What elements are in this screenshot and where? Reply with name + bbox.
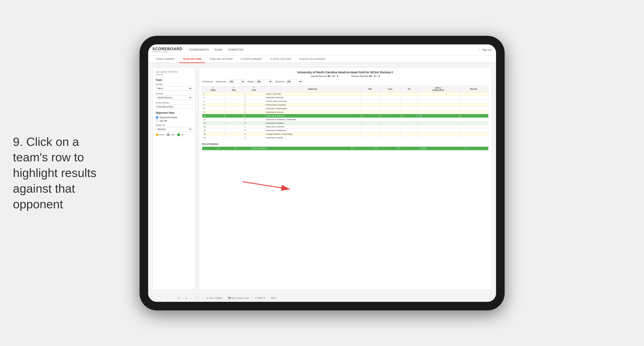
cell-opponent: University of Florida xyxy=(264,136,361,139)
tablet-screen: SCOREBOARD Powered by clippd TOURNAMENTS… xyxy=(148,44,496,302)
out-of-division-table: NCAA Division II 1 0 0 26.00 3 xyxy=(202,146,488,150)
out-diff: 26.00 xyxy=(420,146,466,150)
cell-loss: 0 xyxy=(380,114,401,118)
share-button[interactable]: Share xyxy=(269,296,278,300)
cell-conf: 6 xyxy=(243,118,264,121)
cell-rank: 6 xyxy=(202,103,224,107)
table-row[interactable]: 14-1Texas Tech University xyxy=(202,125,488,128)
opponents-filter-select[interactable]: (All) xyxy=(228,80,245,84)
cell-rank: 16 xyxy=(202,132,224,136)
table-row[interactable]: 6-2Florida State University xyxy=(202,103,488,107)
cell-tie xyxy=(401,92,417,96)
table-row[interactable]: 12-6University of Arkansas, Fayetteville xyxy=(202,118,488,121)
cell-opponent: Vanderbilt University xyxy=(264,96,361,99)
cell-loss xyxy=(380,132,401,136)
table-row[interactable]: 13-3University of Virginia xyxy=(202,121,488,125)
cell-rounds xyxy=(459,110,488,114)
cell-win xyxy=(361,121,380,125)
copy-button[interactable]: ⊞ xyxy=(176,296,181,300)
tab-player-h2h-grid[interactable]: PLAYER H2H GRID xyxy=(267,55,295,63)
logo-powered: Powered by clippd xyxy=(152,51,182,53)
cell-rounds xyxy=(459,118,488,121)
cell-reg: - xyxy=(224,118,243,121)
opponent-filter-select[interactable]: (All) xyxy=(285,80,302,84)
cell-win xyxy=(361,103,380,107)
table-row[interactable]: 8-2University of Washington xyxy=(202,107,488,110)
opponent-filter-label: Opponent xyxy=(275,80,284,83)
cell-opponent: University of Virginia xyxy=(264,121,361,125)
legend-down: Down xyxy=(156,133,164,136)
colour-by-select[interactable]: Win/loss xyxy=(156,127,192,131)
region-filter-select[interactable]: (All) xyxy=(255,80,272,84)
table-row[interactable]: 17-3University of Florida xyxy=(202,136,488,139)
tab-team-h2h-heatmap[interactable]: TEAM H2H HEATMAP xyxy=(206,55,236,63)
division-select[interactable]: NCAA Division I xyxy=(156,95,192,100)
tab-team-h2h-grid[interactable]: TEAM H2H GRID xyxy=(179,55,205,63)
paste-button[interactable]: ⊕ xyxy=(184,296,188,300)
logo-text: SCOREBOARD xyxy=(152,47,182,51)
table-row[interactable]: 16-4Georgia Institute of Technology xyxy=(202,132,488,136)
cell-opponent: Arizona State University xyxy=(264,99,361,103)
cell-rank: 3 xyxy=(202,96,224,99)
radio-opponents-played[interactable]: Opponents Played xyxy=(156,116,192,119)
undo2-button[interactable]: ↩ xyxy=(166,296,170,300)
legend-up-dot xyxy=(177,133,180,136)
cell-conf: 4 xyxy=(243,132,264,136)
tab-player-summary[interactable]: PLAYER SUMMARY xyxy=(237,55,266,63)
cell-tie xyxy=(401,132,417,136)
cell-conf: 3 xyxy=(243,136,264,139)
cell-loss xyxy=(380,136,401,139)
cell-tie xyxy=(401,125,417,128)
data-table: #Rank #Reg #Conf Opponent Win Loss Tie D… xyxy=(202,86,488,140)
conference-filter-label: Conference xyxy=(202,80,213,83)
gender-select[interactable]: Men's xyxy=(156,86,192,91)
nav-committee[interactable]: COMMITTEE xyxy=(228,48,243,51)
grid-panel: University of North Carolina Head-to-Hea… xyxy=(199,67,492,290)
school-rank-input[interactable] xyxy=(156,105,192,109)
undo-button[interactable]: ↩ xyxy=(151,296,156,300)
cell-rounds xyxy=(459,99,488,103)
nav-tournaments[interactable]: TOURNAMENTS xyxy=(189,48,209,51)
save-custom-view-button[interactable]: 💾 Save Custom View xyxy=(226,296,251,300)
last-updated-time: 16:55:38 xyxy=(156,73,163,75)
cell-reg: - xyxy=(224,125,243,128)
cell-conf: 2 xyxy=(243,128,264,132)
cell-reg: - xyxy=(224,92,243,96)
watch-button[interactable]: 👁 Watch ▾ xyxy=(254,296,267,300)
division-label: Division xyxy=(156,92,192,95)
cell-win xyxy=(361,96,380,99)
table-row[interactable]: 3-2Vanderbilt University xyxy=(202,96,488,99)
nav-teams[interactable]: TEAMS xyxy=(214,48,223,51)
clock-button[interactable]: ⏱ xyxy=(194,296,200,300)
tab-player-h2h-heatmap[interactable]: PLAYER H2H HEATMAP xyxy=(296,55,329,63)
cell-tie xyxy=(401,118,417,121)
table-row[interactable]: 9-3University of Arizona xyxy=(202,110,488,114)
cell-rounds xyxy=(459,107,488,110)
cell-rounds xyxy=(459,125,488,128)
legend-level: Level xyxy=(167,133,175,136)
table-row[interactable]: 15-2University of Oklahoma xyxy=(202,128,488,132)
tab-team-summary[interactable]: TEAM SUMMARY xyxy=(152,55,179,63)
cell-opponent: Auburn University xyxy=(264,92,361,96)
bottom-toolbar: ↩ ↪ ↩ | ⊞ ⊕ | ⏱ | ⊞ View: Original 💾 Sav… xyxy=(148,294,496,302)
table-row[interactable]: 4-1Arizona State University xyxy=(202,99,488,103)
redo-button[interactable]: ↪ xyxy=(158,296,163,300)
radio-top100[interactable]: Top 100 xyxy=(156,119,192,122)
col-conf: #Conf xyxy=(243,86,264,92)
table-row[interactable]: 11-5University of Alabama3002.618 xyxy=(202,114,488,118)
division-record: Division Record: 88 - 17 - 0 xyxy=(351,75,380,77)
table-row[interactable]: 2-1Auburn University xyxy=(202,92,488,96)
sub-nav: TEAM SUMMARY TEAM H2H GRID TEAM H2H HEAT… xyxy=(148,55,496,63)
cell-loss xyxy=(380,103,401,107)
cell-reg: - xyxy=(224,99,243,103)
out-division-row[interactable]: NCAA Division II 1 0 0 26.00 3 xyxy=(202,146,488,150)
toolbar-sep1: | xyxy=(173,296,174,300)
cell-diff xyxy=(417,118,459,121)
cell-rounds: 8 xyxy=(459,114,488,118)
sign-out-link[interactable]: Sign out xyxy=(482,48,492,51)
legend-up: Up xyxy=(177,133,184,136)
cell-reg: - xyxy=(224,128,243,132)
cell-rounds xyxy=(459,92,488,96)
view-button[interactable]: ⊞ View: Original xyxy=(205,296,224,300)
cell-win xyxy=(361,99,380,103)
